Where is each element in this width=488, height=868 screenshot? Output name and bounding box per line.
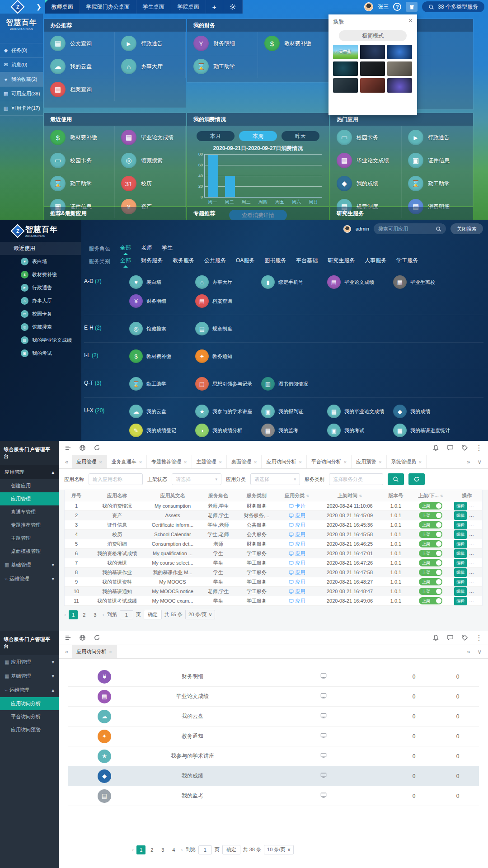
category-link[interactable]: 卡片 <box>289 503 305 509</box>
close-tab-icon[interactable]: × <box>254 459 257 465</box>
sidebar-submenu-item[interactable]: 桌面模板管理 <box>0 545 59 558</box>
skin-option[interactable]: ✓ 天空蓝 <box>333 45 358 59</box>
skin-option[interactable] <box>333 78 358 93</box>
admin-tab[interactable]: 专题推荐管理× <box>147 455 192 468</box>
page-number[interactable]: 4 <box>169 845 178 854</box>
edit-button[interactable]: 编辑 <box>454 511 467 520</box>
filter-option[interactable]: 老师 <box>141 244 152 254</box>
authorize-button[interactable]: 授权 <box>470 568 482 577</box>
close-tab-icon[interactable]: × <box>219 459 222 465</box>
analysis-row[interactable]: ✦ 教务通知 0 0 <box>68 726 479 746</box>
minimal-mode-button[interactable]: 极简模式 <box>339 30 407 41</box>
recent-app-item[interactable]: ♥ 表白墙 <box>0 255 81 268</box>
sidebar-item[interactable]: ▦ 可用应用(38) <box>0 86 43 101</box>
service-app[interactable]: ★ 我参与的学术讲座 <box>195 402 261 421</box>
next-page[interactable]: › <box>181 846 183 853</box>
close-tab-icon[interactable]: × <box>184 459 187 465</box>
app-shortcut[interactable]: $ 教材费补缴 <box>258 32 329 55</box>
app-name-input[interactable]: 输入应用名称 <box>89 473 143 485</box>
tab-access-analysis[interactable]: 应用访问分析× <box>72 645 117 658</box>
filter-option[interactable]: 教务服务 <box>173 257 194 266</box>
page-jump-input[interactable]: 1 <box>120 610 133 619</box>
publish-toggle[interactable]: 上架 <box>419 559 442 566</box>
service-app[interactable]: ◆ 我的成绩 <box>393 402 459 421</box>
category-link[interactable]: 应用 <box>289 588 305 595</box>
publish-toggle[interactable]: 上架 <box>419 569 442 576</box>
bell-icon[interactable] <box>432 634 439 642</box>
sidebar-item[interactable]: ◆ 任务(0) <box>0 43 43 57</box>
category-link[interactable]: 应用 <box>289 531 305 538</box>
authorize-button[interactable]: 授权 <box>470 597 482 605</box>
global-search[interactable]: 38 个多类型服务 <box>422 1 484 12</box>
prev-page[interactable]: ‹ <box>132 846 134 853</box>
sidebar-submenu-item[interactable]: 应用访问预警 <box>0 723 59 736</box>
skin-option[interactable] <box>360 61 385 76</box>
skin-option[interactable] <box>360 45 385 59</box>
skin-icon[interactable] <box>406 2 418 12</box>
close-tab-icon[interactable]: × <box>299 459 301 465</box>
sidebar-item[interactable]: ▥ 可用卡片(17) <box>0 101 43 116</box>
analysis-row[interactable]: ★ 我参与的学术讲座 0 0 <box>68 746 479 766</box>
analysis-row[interactable]: ▤ 毕业论文成绩 0 0 <box>68 687 479 707</box>
page-number[interactable]: 2 <box>80 610 89 619</box>
recent-app-item[interactable]: ▤ 我的毕业论文成绩 <box>0 334 81 347</box>
page-size-select[interactable]: 10 条/页∨ <box>264 845 294 854</box>
service-type-input[interactable]: 选择服务分类 <box>329 473 383 485</box>
edit-button[interactable]: 编辑 <box>454 549 467 558</box>
service-app[interactable]: ✦ 教务通知 <box>195 347 261 366</box>
publish-toggle[interactable]: 上架 <box>419 578 442 585</box>
authorize-button[interactable]: 授权 <box>470 530 482 539</box>
filter-option[interactable]: 全部 <box>120 244 131 254</box>
sidebar-submenu-item[interactable]: 应用访问分析 <box>0 697 59 710</box>
menu-app-management[interactable]: 应用管理▴ <box>0 465 59 479</box>
authorize-button[interactable]: 授权 <box>470 521 482 529</box>
edit-button[interactable]: 编辑 <box>454 597 467 605</box>
status-select[interactable]: 请选择▾ <box>172 473 221 485</box>
desktop-tab[interactable]: 教师桌面 <box>45 0 80 14</box>
app-shortcut[interactable]: ◎ 馆藏搜索 <box>115 149 186 172</box>
publish-toggle[interactable]: 上架 <box>419 540 442 547</box>
chat-icon[interactable] <box>446 444 454 452</box>
filter-option[interactable]: 平台基础 <box>296 257 318 266</box>
service-app[interactable]: ⌂ 办事大厅 <box>195 273 261 292</box>
gear-icon[interactable] <box>223 0 243 14</box>
app-shortcut[interactable]: ⌛ 勤工助学 <box>402 172 473 195</box>
skin-option[interactable] <box>387 45 412 59</box>
service-app[interactable]: ♥ 表白墙 <box>129 273 195 292</box>
authorize-button[interactable]: 授权 <box>470 587 482 596</box>
desktop-tab[interactable]: 学院部门办公桌面 <box>80 0 136 14</box>
app-shortcut[interactable]: ▭ 校园卡务 <box>330 126 402 149</box>
analysis-row[interactable]: ▤ 我的监考 0 0 <box>68 786 479 806</box>
app-shortcut[interactable]: ⌛ 勤工助学 <box>187 55 258 78</box>
sidebar-submenu-item[interactable]: 平台访问分析 <box>0 710 59 723</box>
service-app[interactable]: ¥ 财务明细 <box>129 292 195 311</box>
app-shortcut[interactable]: ◆ 我的成绩 <box>330 172 402 195</box>
filter-option[interactable]: 学工服务 <box>396 257 418 266</box>
recent-app-item[interactable]: ▣ 我的考试 <box>0 347 81 360</box>
app-shortcut[interactable]: 31 校历 <box>115 172 186 195</box>
sidebar-submenu-item[interactable]: 直通车管理 <box>0 505 59 519</box>
add-desktop-button[interactable]: + <box>206 0 223 14</box>
admin-tab[interactable]: 主题管理× <box>192 455 227 468</box>
next-page[interactable]: › <box>102 611 104 618</box>
sortable-header[interactable]: 应用分类 ⇅ <box>276 492 318 499</box>
avatar[interactable] <box>364 2 373 11</box>
admin-tab[interactable]: 平台访问分析× <box>307 455 352 468</box>
app-shortcut[interactable]: ► 行政通告 <box>115 32 186 55</box>
authorize-button[interactable]: 授权 <box>470 549 482 558</box>
publish-toggle[interactable]: 上架 <box>419 531 442 538</box>
avatar[interactable] <box>343 225 351 233</box>
category-link[interactable]: 应用 <box>289 522 305 528</box>
refresh-icon[interactable] <box>93 634 100 642</box>
service-app[interactable]: ▥ 图书借阅情况 <box>261 374 327 393</box>
service-app[interactable]: ▮ 绑定手机号 <box>261 273 327 292</box>
collapse-menu-icon[interactable] <box>64 634 71 642</box>
app-shortcut[interactable]: ▤ 公文查询 <box>44 32 115 55</box>
collapse-menu-icon[interactable] <box>64 444 71 452</box>
app-shortcut[interactable]: ► 行政通告 <box>402 126 473 149</box>
app-shortcut[interactable]: ⌛ 勤工助学 <box>44 172 115 195</box>
edit-button[interactable]: 编辑 <box>454 559 467 567</box>
service-app[interactable]: ▤ 毕业论文成绩 <box>327 273 393 292</box>
category-link[interactable]: 应用 <box>289 560 305 566</box>
service-app[interactable]: ◑ 我的成绩分析 <box>195 421 261 440</box>
